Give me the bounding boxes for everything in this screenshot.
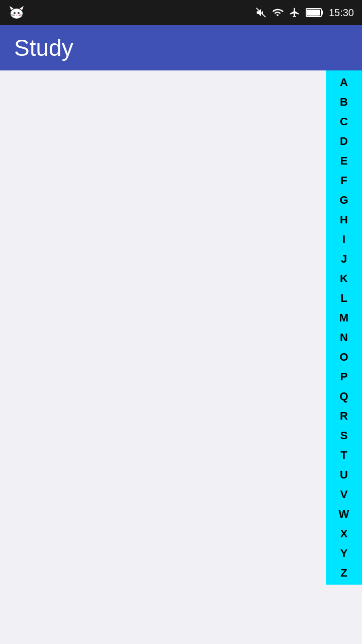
alpha-item-d[interactable]: D — [326, 131, 362, 151]
alpha-item-l[interactable]: L — [326, 288, 362, 308]
page-title: Study — [14, 34, 73, 61]
alpha-item-o[interactable]: O — [326, 347, 362, 367]
alpha-item-i[interactable]: I — [326, 229, 362, 249]
alpha-item-q[interactable]: Q — [326, 386, 362, 406]
alpha-item-e[interactable]: E — [326, 151, 362, 171]
alpha-item-p[interactable]: P — [326, 367, 362, 386]
alpha-item-g[interactable]: G — [326, 190, 362, 210]
svg-point-5 — [16, 15, 18, 16]
mute-icon — [255, 7, 266, 18]
alpha-item-u[interactable]: U — [326, 465, 362, 485]
battery-icon — [306, 7, 324, 18]
alpha-item-w[interactable]: W — [326, 504, 362, 524]
alpha-item-f[interactable]: F — [326, 171, 362, 190]
alpha-item-s[interactable]: S — [326, 426, 362, 445]
alpha-item-n[interactable]: N — [326, 328, 362, 347]
svg-point-4 — [18, 12, 20, 14]
alpha-item-j[interactable]: J — [326, 249, 362, 269]
alpha-item-v[interactable]: V — [326, 485, 362, 504]
alpha-item-t[interactable]: T — [326, 445, 362, 465]
wifi-icon — [272, 7, 284, 18]
alpha-item-a[interactable]: A — [326, 72, 362, 92]
svg-rect-13 — [307, 10, 320, 16]
alpha-item-m[interactable]: M — [326, 308, 362, 328]
status-bar: 15:30 — [0, 0, 362, 25]
svg-marker-1 — [10, 6, 14, 10]
status-bar-left — [8, 4, 25, 21]
status-time: 15:30 — [329, 7, 354, 19]
alphabet-index[interactable]: ABCDEFGHIJKLMNOPQRSTUVWXYZ — [326, 70, 362, 585]
airplane-icon — [289, 7, 301, 18]
alpha-item-k[interactable]: K — [326, 269, 362, 288]
app-header: Study — [0, 25, 362, 70]
alpha-item-h[interactable]: H — [326, 210, 362, 229]
svg-rect-12 — [321, 11, 323, 15]
app-icon — [8, 4, 25, 21]
alpha-item-y[interactable]: Y — [326, 543, 362, 563]
alpha-item-x[interactable]: X — [326, 524, 362, 543]
alpha-item-r[interactable]: R — [326, 406, 362, 426]
svg-point-3 — [14, 12, 16, 14]
alpha-item-c[interactable]: C — [326, 112, 362, 131]
alpha-item-b[interactable]: B — [326, 92, 362, 112]
status-bar-right: 15:30 — [255, 7, 354, 19]
alpha-item-z[interactable]: Z — [326, 563, 362, 583]
svg-point-0 — [11, 9, 23, 19]
svg-marker-2 — [20, 6, 24, 10]
main-content: ABCDEFGHIJKLMNOPQRSTUVWXYZ — [0, 70, 362, 644]
